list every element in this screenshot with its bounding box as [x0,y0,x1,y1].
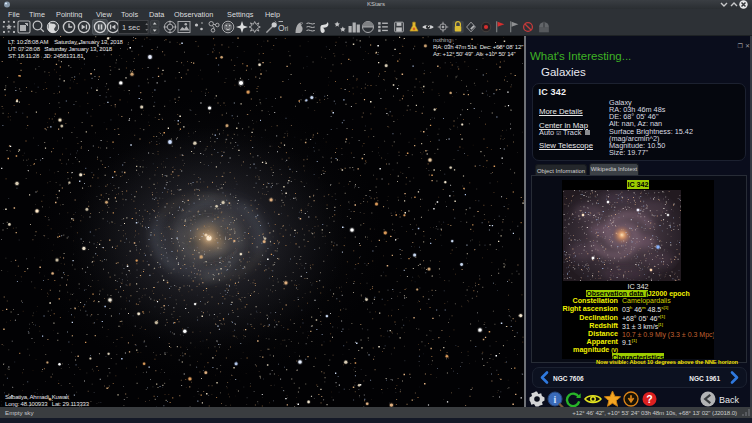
svg-text:i: i [554,394,557,405]
svg-text:Back: Back [719,395,740,405]
svg-text:?: ? [646,393,652,405]
svg-text:1 sec: 1 sec [122,23,140,32]
svg-text:Ori: Ori [278,23,288,33]
